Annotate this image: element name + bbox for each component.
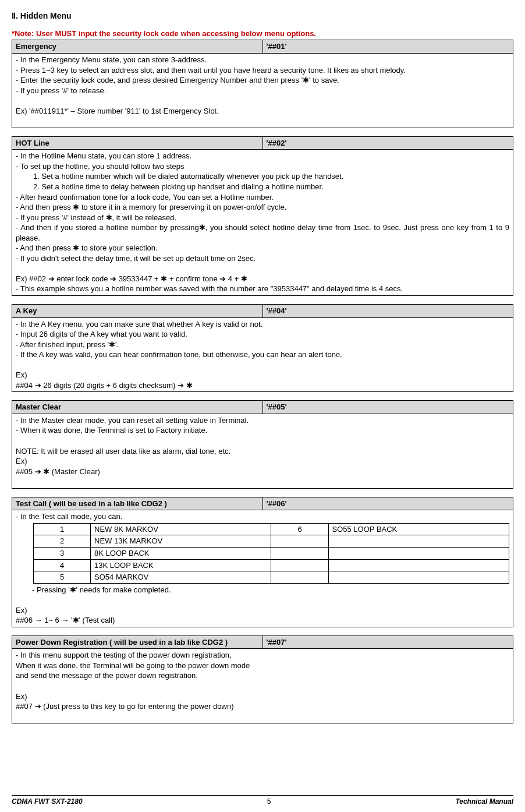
opt-num: [271, 571, 328, 584]
text-line: When it was done, the Terminal will be g…: [16, 661, 250, 670]
text-line: - When it was done, the Terminal is set …: [16, 426, 207, 435]
opt-label: [328, 559, 509, 571]
opt-num: 6: [271, 523, 328, 535]
table-row: 4 13K LOOP BACK: [34, 559, 509, 571]
opt-label: 8K LOOP BACK: [91, 547, 271, 559]
akey-code: '##04': [262, 305, 513, 318]
text-line: - Pressing '✱' needs for make completed.: [16, 585, 509, 595]
text-line: - If you didn't select the delay time, i…: [16, 254, 256, 263]
opt-label: [328, 571, 509, 584]
opt-label: [328, 547, 509, 559]
opt-num: [271, 559, 328, 571]
opt-num: [271, 547, 328, 559]
hotline-body: - In the Hotline Menu state, you can sto…: [12, 150, 513, 296]
emergency-body: - In the Emergency Menu state, you can s…: [12, 53, 513, 128]
akey-table: A Key '##04' - In the A Key menu, you ca…: [12, 304, 513, 392]
emergency-code: '##01': [262, 40, 513, 54]
text-line: and send the message of the power down r…: [16, 671, 198, 680]
opt-label: 13K LOOP BACK: [91, 559, 271, 571]
text-line: - After heard confirmation tone for a lo…: [16, 193, 274, 202]
text-line: Ex) ##02 ➔ enter lock code ➔ 39533447 + …: [16, 274, 247, 283]
table-row: 5 SO54 MARKOV: [34, 571, 509, 584]
opt-num: 1: [34, 523, 91, 535]
text-line: ##06 → 1~ 6 → '✱' (Test call): [16, 616, 115, 624]
master-body: - In the Master clear mode, you can rese…: [12, 414, 513, 488]
opt-label: SO54 MARKOV: [91, 571, 271, 584]
text-line: NOTE: It will be erased all user data li…: [16, 447, 230, 456]
text-line: ##07 ➔ (Just press to this key to go for…: [16, 702, 233, 711]
text-line: - In the Hotline Menu state, you can sto…: [16, 151, 191, 160]
powerdown-name: Power Down Registration ( will be used i…: [12, 636, 263, 649]
akey-body: - In the A Key menu, you can make sure t…: [12, 317, 513, 392]
table-row: 3 8K LOOP BACK: [34, 547, 509, 559]
text-line: - If you press '#' to release.: [16, 86, 106, 95]
text-line: 2. Set a hotline time to delay between p…: [16, 182, 509, 192]
text-line: - Press 1~3 key to select an address slo…: [16, 66, 406, 75]
emergency-name: Emergency: [12, 40, 263, 54]
text-line: - In this menu support the testing of th…: [16, 651, 232, 659]
text-line: ##05 ➔ ✱ (Master Clear): [16, 467, 100, 476]
text-line: Ex): [16, 370, 27, 379]
security-note: *Note: User MUST input the security lock…: [12, 29, 513, 39]
powerdown-code: '##07': [262, 636, 513, 649]
opt-num: 4: [34, 559, 91, 571]
text-line: 1. Set a hotline number which will be di…: [16, 171, 509, 182]
opt-num: 3: [34, 547, 91, 559]
text-line: - In the Emergency Menu state, you can s…: [16, 55, 207, 64]
text-line: ##04 ➔ 26 digits (20 digits + 6 digits c…: [16, 381, 193, 390]
hotline-table: HOT Line '##02' - In the Hotline Menu st…: [12, 136, 513, 296]
testcall-body: - In the Test call mode, you can. 1 NEW …: [12, 510, 513, 627]
testcall-name: Test Call ( will be used in a lab like C…: [12, 497, 263, 510]
opt-label: NEW 13K MARKOV: [91, 535, 271, 548]
hotline-name: HOT Line: [12, 136, 263, 150]
text-line: Ex) '##011911*' – Store number '911' to …: [16, 107, 219, 115]
testcall-code: '##06': [262, 497, 513, 510]
opt-label: NEW 8K MARKOV: [91, 523, 271, 535]
table-row: 2 NEW 13K MARKOV: [34, 535, 509, 548]
testcall-table: Test Call ( will be used in a lab like C…: [12, 497, 513, 627]
hotline-code: '##02': [262, 136, 513, 150]
text-line: - Enter the security lock code, and pres…: [16, 76, 339, 84]
master-table: Master Clear '##05' - In the Master clea…: [12, 400, 513, 488]
text-line: - To set up the hotline, you should foll…: [16, 162, 185, 171]
opt-label: [328, 535, 509, 548]
powerdown-body: - In this menu support the testing of th…: [12, 649, 513, 723]
opt-num: [271, 535, 328, 548]
opt-num: 2: [34, 535, 91, 548]
emergency-table: Emergency '##01' - In the Emergency Menu…: [12, 40, 513, 128]
text-line: - And then if you stored a hotline numbe…: [16, 223, 509, 242]
master-code: '##05': [262, 401, 513, 414]
opt-label: SO55 LOOP BACK: [328, 523, 509, 535]
text-line: - In the A Key menu, you can make sure t…: [16, 320, 262, 329]
text-line: - And then press ✱ to store your selecti…: [16, 243, 158, 252]
text-line: - If the A key was valid, you can hear c…: [16, 350, 342, 359]
text-line: Ex): [16, 606, 27, 615]
opt-num: 5: [34, 571, 91, 584]
text-line: - And then press ✱ to store it in a memo…: [16, 203, 286, 211]
testcall-options-table: 1 NEW 8K MARKOV 6 SO55 LOOP BACK 2 NEW 1…: [33, 523, 509, 584]
text-line: - In the Test call mode, you can.: [16, 512, 122, 521]
text-line: - This example shows you a hotline numbe…: [16, 284, 403, 293]
text-line: - If you press '#' instead of ✱, it will…: [16, 213, 176, 222]
text-line: - Input 26 digits of the A key what you …: [16, 330, 187, 338]
powerdown-table: Power Down Registration ( will be used i…: [12, 636, 513, 723]
master-name: Master Clear: [12, 401, 263, 414]
text-line: Ex): [16, 692, 27, 701]
text-line: - After finished input, press '✱'.: [16, 340, 119, 349]
table-row: 1 NEW 8K MARKOV 6 SO55 LOOP BACK: [34, 523, 509, 535]
section-title: Ⅱ. Hidden Menu: [12, 10, 513, 22]
text-line: Ex): [16, 457, 27, 465]
akey-name: A Key: [12, 305, 263, 318]
text-line: - In the Master clear mode, you can rese…: [16, 416, 249, 425]
